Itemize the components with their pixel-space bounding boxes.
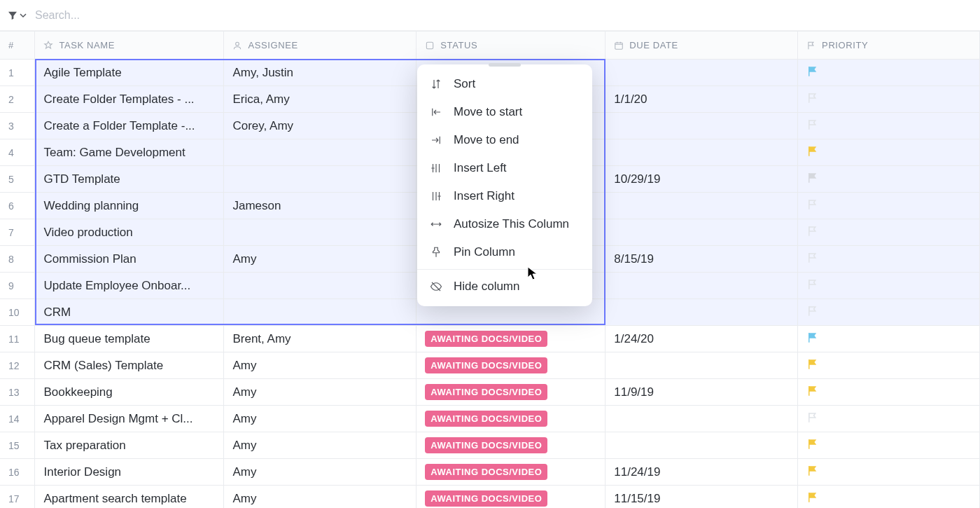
priority-flag-icon[interactable]: [806, 92, 819, 104]
cell-task[interactable]: GTD Template: [35, 166, 224, 193]
header-status[interactable]: STATUS: [416, 32, 606, 60]
cell-assignee[interactable]: Amy: [224, 406, 416, 432]
priority-flag-icon[interactable]: [806, 358, 819, 371]
table-row[interactable]: 13 Bookkeeping Amy AWAITING DOCS/VIDEO 1…: [0, 379, 980, 406]
cell-due[interactable]: 1/24/20: [606, 326, 798, 352]
priority-flag-icon[interactable]: [806, 145, 819, 158]
cell-status[interactable]: AWAITING DOCS/VIDEO: [416, 352, 606, 379]
cell-task[interactable]: Bug queue template: [35, 326, 224, 352]
cell-priority[interactable]: [798, 273, 980, 299]
cell-task[interactable]: CRM (Sales) Template: [35, 352, 224, 379]
cell-due[interactable]: 11/24/19: [606, 459, 798, 486]
cell-assignee[interactable]: [224, 299, 416, 326]
cell-priority[interactable]: [798, 113, 980, 139]
table-row[interactable]: 11 Bug queue template Brent, Amy AWAITIN…: [0, 326, 980, 352]
cell-task[interactable]: Create Folder Templates - ...: [35, 86, 224, 113]
priority-flag-icon[interactable]: [806, 278, 819, 291]
cell-assignee[interactable]: Amy: [224, 432, 416, 459]
cell-due[interactable]: 1/1/20: [606, 86, 798, 113]
cell-priority[interactable]: [798, 459, 980, 486]
cell-assignee[interactable]: [224, 273, 416, 299]
cell-due[interactable]: [606, 139, 798, 166]
table-row[interactable]: 16 Interior Design Amy AWAITING DOCS/VID…: [0, 459, 980, 486]
cell-status[interactable]: AWAITING DOCS/VIDEO: [416, 406, 606, 432]
cell-assignee[interactable]: Amy: [224, 352, 416, 379]
cell-priority[interactable]: [798, 379, 980, 406]
cell-task[interactable]: CRM: [35, 299, 224, 326]
cell-task[interactable]: Apartment search template: [35, 486, 224, 509]
cell-due[interactable]: [606, 219, 798, 246]
cell-priority[interactable]: [798, 406, 980, 432]
menu-hide[interactable]: Hide column: [417, 273, 592, 301]
cell-assignee[interactable]: Amy, Justin: [224, 60, 416, 86]
header-number[interactable]: #: [0, 32, 35, 60]
cell-task[interactable]: Tax preparation: [35, 432, 224, 459]
cell-due[interactable]: 10/29/19: [606, 166, 798, 193]
cell-assignee[interactable]: Amy: [224, 246, 416, 273]
cell-status[interactable]: AWAITING DOCS/VIDEO: [416, 459, 606, 486]
priority-flag-icon[interactable]: [806, 252, 819, 264]
header-assignee[interactable]: ASSIGNEE: [224, 32, 416, 60]
cell-due[interactable]: [606, 406, 798, 432]
table-row[interactable]: 15 Tax preparation Amy AWAITING DOCS/VID…: [0, 432, 980, 459]
cell-task[interactable]: Team: Game Development: [35, 139, 224, 166]
cell-priority[interactable]: [798, 352, 980, 379]
table-row[interactable]: 17 Apartment search template Amy AWAITIN…: [0, 486, 980, 509]
header-priority[interactable]: PRIORITY: [798, 32, 980, 60]
table-row[interactable]: 12 CRM (Sales) Template Amy AWAITING DOC…: [0, 352, 980, 379]
priority-flag-icon[interactable]: [806, 411, 819, 424]
header-task[interactable]: TASK NAME: [35, 32, 224, 60]
cell-due[interactable]: [606, 60, 798, 86]
cell-task[interactable]: Video production: [35, 219, 224, 246]
menu-insert-right[interactable]: Insert Right: [417, 182, 592, 210]
cell-priority[interactable]: [798, 60, 980, 86]
cell-priority[interactable]: [798, 166, 980, 193]
cell-due[interactable]: 11/9/19: [606, 379, 798, 406]
menu-insert-left[interactable]: Insert Left: [417, 154, 592, 182]
cell-task[interactable]: Commission Plan: [35, 246, 224, 273]
cell-priority[interactable]: [798, 486, 980, 509]
cell-priority[interactable]: [798, 139, 980, 166]
cell-assignee[interactable]: Erica, Amy: [224, 86, 416, 113]
menu-move-end[interactable]: Move to end: [417, 126, 592, 154]
cell-priority[interactable]: [798, 193, 980, 219]
cell-task[interactable]: Create a Folder Template -...: [35, 113, 224, 139]
cell-assignee[interactable]: Amy: [224, 486, 416, 509]
search-input[interactable]: [35, 9, 973, 22]
cell-assignee[interactable]: Corey, Amy: [224, 113, 416, 139]
priority-flag-icon[interactable]: [806, 172, 819, 184]
filter-button[interactable]: [7, 10, 27, 21]
menu-move-start[interactable]: Move to start: [417, 98, 592, 126]
priority-flag-icon[interactable]: [806, 491, 819, 504]
menu-sort[interactable]: Sort: [417, 70, 592, 98]
cell-due[interactable]: [606, 352, 798, 379]
menu-pin[interactable]: Pin Column: [417, 238, 592, 266]
table-row[interactable]: 14 Apparel Design Mgmt + Cl... Amy AWAIT…: [0, 406, 980, 432]
cell-task[interactable]: Update Employee Onboar...: [35, 273, 224, 299]
priority-flag-icon[interactable]: [806, 331, 819, 344]
menu-autosize[interactable]: Autosize This Column: [417, 210, 592, 238]
cell-due[interactable]: [606, 299, 798, 326]
cell-assignee[interactable]: [224, 219, 416, 246]
cell-due[interactable]: [606, 113, 798, 139]
cell-assignee[interactable]: Brent, Amy: [224, 326, 416, 352]
priority-flag-icon[interactable]: [806, 305, 819, 317]
priority-flag-icon[interactable]: [806, 198, 819, 211]
priority-flag-icon[interactable]: [806, 118, 819, 131]
cell-status[interactable]: AWAITING DOCS/VIDEO: [416, 486, 606, 509]
cell-priority[interactable]: [798, 246, 980, 273]
cell-priority[interactable]: [798, 326, 980, 352]
priority-flag-icon[interactable]: [806, 225, 819, 238]
cell-priority[interactable]: [798, 86, 980, 113]
cell-due[interactable]: [606, 273, 798, 299]
cell-task[interactable]: Interior Design: [35, 459, 224, 486]
cell-status[interactable]: AWAITING DOCS/VIDEO: [416, 432, 606, 459]
cell-assignee[interactable]: Amy: [224, 379, 416, 406]
cell-due[interactable]: [606, 193, 798, 219]
priority-flag-icon[interactable]: [806, 438, 819, 451]
cell-task[interactable]: Apparel Design Mgmt + Cl...: [35, 406, 224, 432]
cell-priority[interactable]: [798, 219, 980, 246]
cell-status[interactable]: AWAITING DOCS/VIDEO: [416, 379, 606, 406]
cell-priority[interactable]: [798, 299, 980, 326]
cell-assignee[interactable]: Amy: [224, 459, 416, 486]
